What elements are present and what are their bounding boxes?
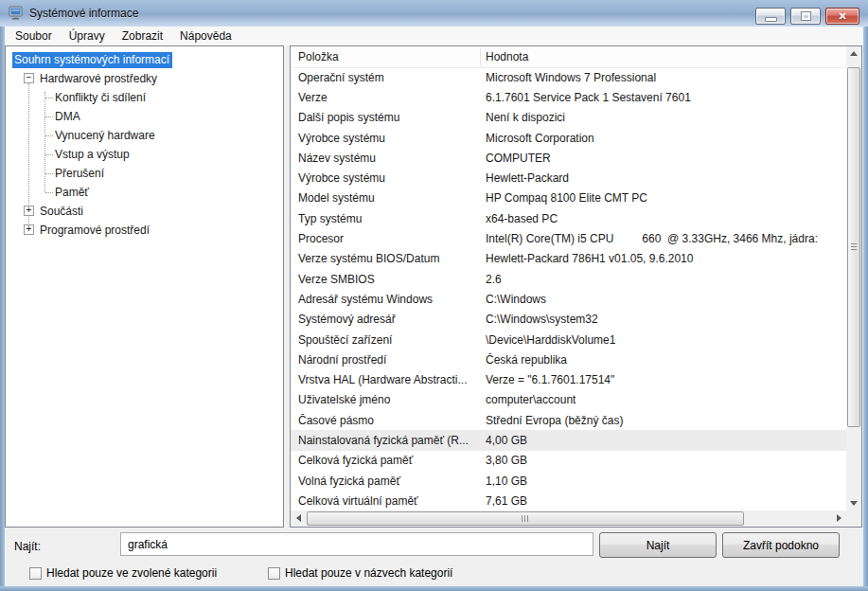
window-border-left xyxy=(0,27,5,591)
table-row[interactable]: Nainstalovaná fyzická paměť (R... 4,00 G… xyxy=(291,430,846,450)
tree-item[interactable]: + Součásti xyxy=(6,202,283,221)
table-row[interactable]: Vrstva HAL (Hardware Abstracti... Verze … xyxy=(291,369,846,389)
close-icon: ✕ xyxy=(838,11,846,22)
item-cell: Národní prostředí xyxy=(291,353,486,367)
category-tree: Souhrn systémových informací − Hardwarov… xyxy=(6,50,283,240)
table-row[interactable]: Výrobce systému Microsoft Corporation xyxy=(291,128,846,148)
window-title: Systémové informace xyxy=(29,7,138,20)
horizontal-scrollbar[interactable] xyxy=(291,510,846,527)
title-bar[interactable]: Systémové informace ✕ xyxy=(0,0,868,27)
expand-collapse-icon[interactable]: − xyxy=(24,73,34,83)
scroll-down-button[interactable] xyxy=(846,495,861,510)
value-cell: 4,00 GB xyxy=(486,434,846,447)
list-header: Položka Hodnota xyxy=(291,46,846,68)
scroll-left-button[interactable] xyxy=(291,510,306,527)
vertical-scrollbar[interactable] xyxy=(846,46,861,510)
menu-bar: Soubor Úpravy Zobrazit Nápověda xyxy=(1,27,867,45)
column-divider[interactable] xyxy=(480,48,481,65)
tree-item[interactable]: Konflikty či sdílení xyxy=(6,88,283,107)
item-cell: Procesor xyxy=(291,232,486,245)
menu-item[interactable]: Nápověda xyxy=(171,27,240,45)
table-row[interactable]: Název systému COMPUTER xyxy=(291,148,846,168)
value-cell: HP Compaq 8100 Elite CMT PC xyxy=(486,191,846,205)
value-cell: Hewlett-Packard xyxy=(486,171,846,185)
find-button[interactable]: Najít xyxy=(599,532,717,558)
tree-item[interactable]: DMA xyxy=(6,107,283,126)
item-cell: Název systému xyxy=(291,152,486,165)
search-category-names-label: Hledat pouze v názvech kategorií xyxy=(285,566,452,580)
tree-item[interactable]: Paměť xyxy=(6,183,283,202)
table-row[interactable]: Model systému HP Compaq 8100 Elite CMT P… xyxy=(291,188,846,208)
item-cell: Další popis systému xyxy=(291,111,486,124)
table-row[interactable]: Uživatelské jméno computer\account xyxy=(291,390,846,410)
table-row[interactable]: Spouštěcí zařízení \Device\HarddiskVolum… xyxy=(291,330,846,349)
tree-item-label: Konflikty či sdílení xyxy=(55,91,146,104)
value-cell: Hewlett-Packard 786H1 v01.05, 9.6.2010 xyxy=(486,252,846,265)
table-row[interactable]: Procesor Intel(R) Core(TM) i5 CPU 660 @ … xyxy=(291,228,846,248)
table-row[interactable]: Typ systému x64-based PC xyxy=(291,208,846,228)
table-row[interactable]: Výrobce systému Hewlett-Packard xyxy=(291,168,846,188)
table-row[interactable]: Adresář systému Windows C:\Windows xyxy=(291,289,846,309)
item-cell: Celková virtuální paměť xyxy=(291,494,486,508)
app-icon xyxy=(9,6,24,21)
table-row[interactable]: Národní prostředí Česká republika xyxy=(291,349,846,369)
column-header-item[interactable]: Položka xyxy=(298,50,339,63)
scrollbar-grip xyxy=(851,243,857,251)
value-cell: Není k dispozici xyxy=(486,111,846,124)
restore-button[interactable] xyxy=(790,8,821,25)
item-cell: Verze xyxy=(291,91,486,104)
search-selected-category-label: Hledat pouze ve zvolené kategorii xyxy=(46,566,217,580)
tree-item-label: Vstup a výstup xyxy=(55,148,130,161)
tree-item-label: Součásti xyxy=(40,205,83,218)
scroll-up-button[interactable] xyxy=(846,46,861,62)
vertical-scrollbar-thumb[interactable] xyxy=(847,67,860,427)
value-cell: 6.1.7601 Service Pack 1 Sestavení 7601 xyxy=(486,91,846,104)
menu-item[interactable]: Úpravy xyxy=(61,27,114,45)
item-cell: Uživatelské jméno xyxy=(291,393,486,406)
value-cell: 2.6 xyxy=(486,273,846,286)
table-row[interactable]: Volná fyzická paměť 1,10 GB xyxy=(291,471,846,491)
column-header-value[interactable]: Hodnota xyxy=(486,50,528,63)
menu-item[interactable]: Soubor xyxy=(7,27,61,45)
tree-item[interactable]: Přerušení xyxy=(6,164,283,183)
arrow-right-icon xyxy=(837,514,841,522)
table-row[interactable]: Operační systém Microsoft Windows 7 Prof… xyxy=(291,67,846,87)
close-button[interactable]: ✕ xyxy=(825,8,859,25)
close-find-button[interactable]: Zavřít podokno xyxy=(722,532,840,558)
item-cell: Celková fyzická paměť xyxy=(291,454,486,467)
tree-item[interactable]: Vstup a výstup xyxy=(6,145,283,164)
table-row[interactable]: Časové pásmo Střední Evropa (běžný čas) xyxy=(291,410,846,430)
value-cell: C:\Windows xyxy=(486,293,846,306)
value-cell: C:\Windows\system32 xyxy=(486,313,846,326)
item-cell: Časové pásmo xyxy=(291,414,486,427)
scroll-right-button[interactable] xyxy=(831,510,846,527)
table-row[interactable]: Verze 6.1.7601 Service Pack 1 Sestavení … xyxy=(291,87,846,107)
details-list-panel: Položka Hodnota Operační systém Microsof… xyxy=(290,45,862,528)
horizontal-scrollbar-thumb[interactable] xyxy=(307,511,744,526)
value-cell: 1,10 GB xyxy=(486,475,846,488)
item-cell: Typ systému xyxy=(291,212,486,225)
tree-item[interactable]: + Programové prostředí xyxy=(6,221,283,240)
minimize-icon xyxy=(765,17,777,22)
table-row[interactable]: Systémový adresář C:\Windows\system32 xyxy=(291,310,846,330)
table-row[interactable]: Další popis systému Není k dispozici xyxy=(291,108,846,128)
expand-collapse-icon[interactable]: + xyxy=(24,206,34,216)
table-row[interactable]: Celková virtuální paměť 7,61 GB xyxy=(291,491,846,510)
find-input[interactable] xyxy=(120,532,593,556)
table-row[interactable]: Celková fyzická paměť 3,80 GB xyxy=(291,451,846,471)
search-selected-category-checkbox[interactable] xyxy=(29,567,42,580)
expand-collapse-icon[interactable]: + xyxy=(24,224,34,235)
search-category-names-checkbox[interactable] xyxy=(268,567,280,580)
table-row[interactable]: Verze SMBIOS 2.6 xyxy=(291,269,846,289)
tree-item[interactable]: Souhrn systémových informací xyxy=(6,50,283,69)
tree-item-label: Programové prostředí xyxy=(40,224,150,237)
item-cell: Verze systému BIOS/Datum xyxy=(291,252,486,265)
item-cell: Výrobce systému xyxy=(291,132,486,145)
tree-item[interactable]: Vynucený hardware xyxy=(6,126,283,145)
menu-item[interactable]: Zobrazit xyxy=(114,27,171,45)
minimize-button[interactable] xyxy=(755,8,786,25)
value-cell: \Device\HarddiskVolume1 xyxy=(486,333,846,347)
tree-item[interactable]: − Hardwarové prostředky xyxy=(6,69,283,88)
arrow-down-icon xyxy=(850,501,858,506)
table-row[interactable]: Verze systému BIOS/Datum Hewlett-Packard… xyxy=(291,249,846,269)
